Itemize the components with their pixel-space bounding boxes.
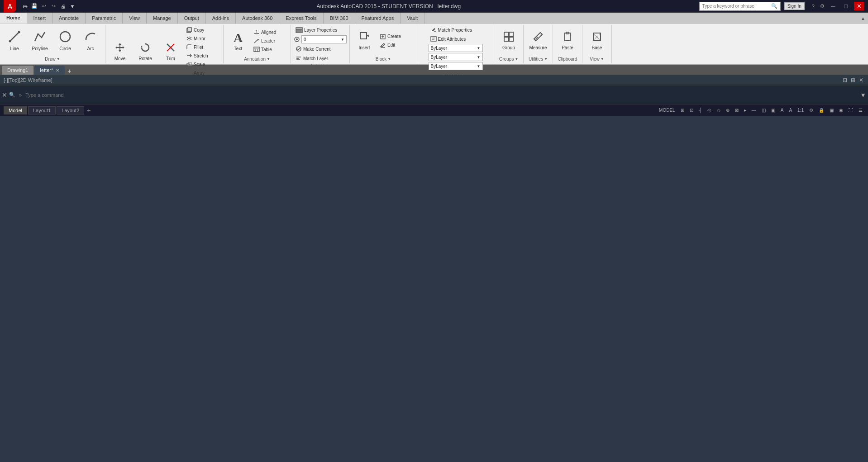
tab-bim360[interactable]: BIM 360 [324, 13, 355, 24]
window-minimize[interactable]: ─ [828, 2, 838, 10]
tool-leader[interactable]: Leader [252, 37, 288, 45]
layers-dropdown-arrow[interactable]: ▼ [326, 64, 329, 68]
status-dyn[interactable]: ▸ [742, 107, 748, 114]
qa-dropdown[interactable]: ▼ [68, 2, 76, 10]
tool-match-properties[interactable]: Match Properties [429, 26, 474, 34]
tool-fillet[interactable]: Fillet [184, 43, 220, 51]
tool-line[interactable]: Line [3, 27, 26, 54]
cmd-expand-button[interactable]: ▼ [860, 91, 866, 99]
status-polar[interactable]: ◎ [706, 107, 713, 114]
status-hardware[interactable]: ▣ [828, 107, 835, 114]
tool-paste[interactable]: Paste [556, 27, 579, 54]
status-lw[interactable]: — [750, 107, 758, 114]
status-osnap[interactable]: ◇ [715, 107, 722, 114]
color-dropdown[interactable]: ByLayer ▼ [429, 44, 483, 52]
annotation-dropdown-arrow[interactable]: ▼ [267, 57, 270, 61]
tool-create[interactable]: Create [378, 33, 414, 41]
tool-edit[interactable]: Edit [378, 41, 414, 49]
tool-aligned[interactable]: Aligned [252, 28, 288, 36]
doc-tab-add[interactable]: + [66, 67, 73, 75]
doc-tab-letter-close[interactable]: ✕ [56, 68, 59, 73]
qa-save[interactable]: 💾 [30, 2, 38, 10]
qa-redo[interactable]: ↪ [49, 2, 57, 10]
status-customize[interactable]: ☰ [857, 107, 864, 114]
tool-arc[interactable]: Arc [79, 27, 102, 54]
status-transparency[interactable]: ◫ [760, 107, 768, 114]
utilities-dropdown-arrow[interactable]: ▼ [544, 57, 548, 61]
status-snap[interactable]: ⊡ [688, 107, 695, 114]
tool-text[interactable]: A Text [226, 27, 250, 54]
groups-dropdown-arrow[interactable]: ▼ [515, 57, 518, 61]
qa-open[interactable]: 🗁 [21, 2, 29, 10]
tool-table[interactable]: Table [252, 45, 288, 53]
status-isolate[interactable]: ◉ [837, 107, 845, 114]
vp-restore[interactable]: ⊡ [842, 76, 848, 84]
tool-rotate[interactable]: Rotate [134, 38, 157, 65]
status-ortho[interactable]: ┤ [697, 107, 704, 114]
window-restore[interactable]: □ [841, 2, 850, 10]
tool-circle[interactable]: Circle [53, 27, 77, 54]
tool-measure[interactable]: Measure [526, 27, 550, 54]
linetype-dropdown[interactable]: ByLayer ▼ [429, 53, 483, 61]
settings-icon[interactable]: ⚙ [820, 3, 825, 9]
help-icon[interactable]: ? [812, 4, 815, 9]
status-model[interactable]: MODEL [657, 107, 677, 114]
doc-tab-drawing1[interactable]: Drawing1 [2, 66, 33, 75]
tab-annotate[interactable]: Annotate [52, 13, 86, 24]
cmd-input[interactable] [25, 92, 858, 98]
tool-copy[interactable]: Copy [184, 26, 220, 34]
tab-home[interactable]: Home [0, 13, 27, 24]
qa-undo[interactable]: ↩ [40, 2, 48, 10]
status-scale[interactable]: 1:1 [796, 107, 806, 114]
layout-tab-layout2[interactable]: Layout2 [57, 106, 84, 114]
search-input[interactable] [702, 4, 771, 9]
status-anno[interactable]: A [779, 107, 786, 114]
tool-trim[interactable]: Trim [159, 38, 182, 65]
block-dropdown-arrow[interactable]: ▼ [387, 57, 391, 61]
qa-print[interactable]: 🖨 [59, 2, 67, 10]
ribbon-collapse[interactable]: ▲ [861, 16, 865, 21]
vp-maximize[interactable]: ⊞ [850, 76, 856, 84]
tool-stretch[interactable]: Stretch [184, 52, 220, 60]
tool-make-current[interactable]: Make Current [294, 45, 333, 53]
tab-expresstools[interactable]: Express Tools [279, 13, 323, 24]
tool-move[interactable]: Move [108, 38, 132, 65]
tab-insert[interactable]: Insert [27, 13, 53, 24]
tab-featuredapps[interactable]: Featured Apps [355, 13, 401, 24]
lineweight-dropdown[interactable]: ByLayer ▼ [429, 62, 483, 70]
layer-dropdown[interactable]: 0 ▼ [301, 35, 347, 43]
status-ws[interactable]: ⚙ [807, 107, 815, 114]
cmd-search-icon[interactable]: 🔍 [9, 92, 15, 98]
doc-tab-letter[interactable]: letter* ✕ [34, 66, 65, 75]
tool-edit-attributes[interactable]: Edit Attributes [429, 35, 468, 43]
tab-autodesk360[interactable]: Autodesk 360 [236, 13, 279, 24]
tab-addins[interactable]: Add-ins [206, 13, 236, 24]
tool-match-layer[interactable]: Match Layer [294, 54, 330, 62]
window-close[interactable]: ✕ [854, 2, 864, 10]
tool-insert[interactable]: Insert [353, 27, 376, 54]
layout-tab-layout1[interactable]: Layout1 [28, 106, 56, 114]
tool-base[interactable]: Base [585, 27, 609, 54]
tab-vault[interactable]: Vault [401, 13, 424, 24]
tool-group[interactable]: Group [497, 27, 520, 54]
tab-output[interactable]: Output [178, 13, 206, 24]
layout-tab-add[interactable]: + [85, 107, 92, 114]
info-search-bar[interactable]: 🔍 [699, 2, 781, 11]
tool-scale[interactable]: Scale [184, 60, 220, 68]
status-otrack[interactable]: ⊕ [724, 107, 731, 114]
status-lock[interactable]: 🔒 [817, 107, 826, 114]
status-anno-vis[interactable]: A [787, 107, 794, 114]
status-ducs[interactable]: ⊠ [733, 107, 740, 114]
tab-manage[interactable]: Manage [147, 13, 178, 24]
tab-parametric[interactable]: Parametric [86, 13, 123, 24]
tool-polyline[interactable]: Polyline [28, 27, 52, 54]
vp-close[interactable]: ✕ [858, 76, 864, 84]
view-dropdown-arrow[interactable]: ▼ [601, 57, 604, 61]
draw-dropdown-arrow[interactable]: ▼ [57, 57, 60, 61]
status-grid[interactable]: ⊞ [679, 107, 686, 114]
cmd-close-button[interactable]: ✕ [2, 91, 7, 99]
status-fullscreen[interactable]: ⛶ [847, 107, 855, 114]
status-sel[interactable]: ▣ [769, 107, 777, 114]
sign-in-button[interactable]: Sign In [784, 2, 805, 10]
layout-tab-model[interactable]: Model [4, 106, 27, 114]
